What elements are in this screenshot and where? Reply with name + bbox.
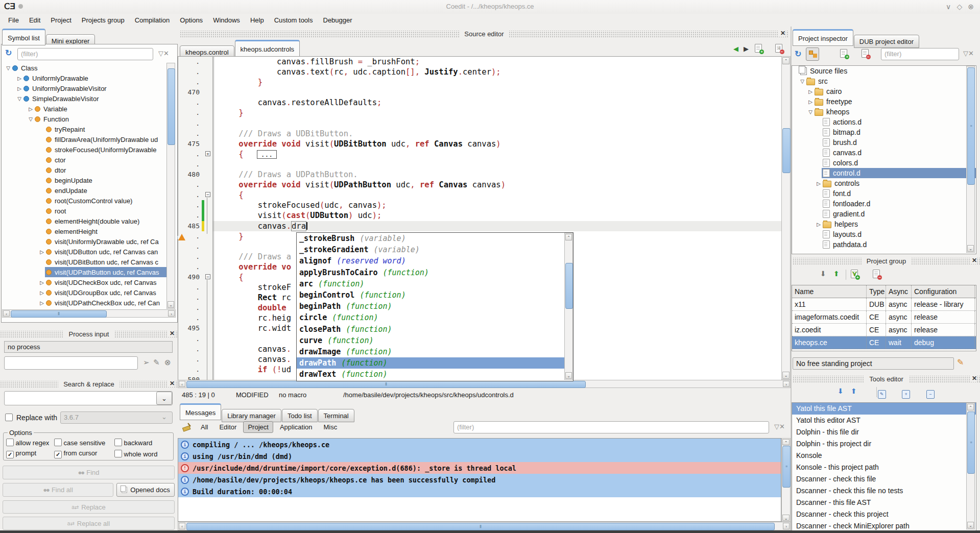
completion-item-circle[interactable]: circle(function) (297, 312, 564, 323)
completion-item-closepath[interactable]: closePath(function) (297, 324, 564, 335)
inspector-filter-input[interactable]: (filter) (881, 48, 959, 60)
message-info[interactable]: iusing /usr/bin/dmd (dmd) (178, 450, 781, 462)
symbol-item-simpledrawablevisitor[interactable]: ▽SimpleDrawableVisitor (2, 93, 166, 104)
editor-vscrollbar[interactable]: ⌃ ⌄ (781, 56, 791, 380)
completion-item-strokebrush[interactable]: _strokeBrush(variable) (297, 233, 564, 244)
completion-item-drawpath[interactable]: drawPath(function) (297, 357, 564, 369)
filter-editor[interactable]: Editor (214, 421, 241, 433)
checkbox-from-cursor[interactable]: ✓ (54, 451, 62, 458)
tab-project-inspector[interactable]: Project inspector (793, 29, 853, 46)
move-project-up-icon[interactable]: ⬆ (833, 270, 840, 278)
expand-icon[interactable]: ▷ (816, 181, 822, 186)
replace-with-input[interactable]: 3.6.7 (60, 411, 173, 424)
column-type[interactable]: Type (867, 285, 886, 298)
replace-all-button[interactable]: a⇄Replace all (3, 517, 175, 530)
file-item-src[interactable]: ▽src (792, 76, 976, 86)
tool-yatol-this-file-ast[interactable]: Yatol this file AST (792, 403, 976, 415)
tab-todo-list[interactable]: Todo list (282, 409, 318, 422)
symbol-item-strokefocused-uniformlydrawable[interactable]: strokeFocused(UniformlyDrawable (2, 144, 166, 155)
new-document-icon[interactable]: + (755, 44, 762, 53)
column-name[interactable]: Name (792, 285, 867, 298)
file-item-helpers[interactable]: ▷helpers (792, 219, 976, 229)
process-input-field[interactable] (4, 356, 138, 370)
file-item-controls[interactable]: ▷controls (792, 178, 976, 188)
menu-debugger[interactable]: Debugger (318, 15, 357, 26)
message-filter-input[interactable]: (filter) (453, 421, 769, 433)
symbol-item-filldrawarea-uniformlydrawable-ud[interactable]: fillDrawArea(UniformlyDrawable ud (2, 134, 166, 144)
close-process-panel-icon[interactable]: ✕ (168, 330, 175, 337)
code-line-470[interactable]: 470 (178, 87, 781, 98)
menu-options[interactable]: Options (175, 15, 208, 26)
tab-kheops-udcontrols[interactable]: kheops.udcontrols (235, 40, 300, 57)
tool-dscanner-check-miniexplorer-path[interactable]: Dscanner - check MiniExplorer path (792, 520, 976, 531)
tool-dolphin-this-file-dir[interactable]: Dolphin - this file dir (792, 426, 976, 438)
send-input-pencil-icon[interactable]: ✎ (153, 358, 160, 367)
menu-project[interactable]: Project (45, 15, 76, 26)
replace-history-dropdown[interactable]: ⌄ (161, 413, 167, 421)
tool-konsole[interactable]: Konsole (792, 450, 976, 462)
project-row-kheops-ce[interactable]: kheops.ceCEwaitdebug (792, 336, 976, 349)
code-line-r7[interactable]: . /// Draws a UDBitButton. (178, 129, 781, 139)
file-item-gradient-d[interactable]: gradient.d (792, 209, 976, 219)
title-bar[interactable]: ⅭƎ Coedit - /.../kheops/kheops.ce ∨ ◇ ⊗ (0, 0, 980, 14)
search-input[interactable] (4, 391, 173, 405)
nav-back-icon[interactable]: ◀ (733, 45, 738, 53)
tool-dscanner-check-this-file-no-tests[interactable]: Dscanner - check this file no tests (792, 485, 976, 497)
symbol-item-uniformlydrawablevisitor[interactable]: ▷UniformlyDrawableVisitor (2, 83, 166, 93)
search-history-dropdown[interactable]: ⌄ (156, 392, 172, 405)
tool-dolphin-this-project-dir[interactable]: Dolphin - this project dir (792, 438, 976, 450)
add-tool-icon[interactable]: + (902, 390, 910, 399)
project-row-x11[interactable]: x11DUBasyncrelease - library (792, 298, 976, 311)
code-line-r1[interactable]: . canvas.text(rc, udc.caption[], Justify… (178, 67, 781, 77)
find-all-button[interactable]: ●●Find all (3, 483, 113, 497)
symbol-item-visit[interactable]: ▷visit( (2, 308, 166, 309)
messages-hscrollbar[interactable]: ‹ › ⦀ (178, 522, 791, 530)
expand-icon[interactable]: ▷ (816, 222, 822, 227)
code-line-r12[interactable]: . override void visit(UDPathButton udc, … (178, 180, 781, 190)
send-input-icon[interactable]: ➢ (143, 358, 150, 367)
file-item-control-d[interactable]: control.d (792, 168, 976, 178)
tool-konsole-this-project-path[interactable]: Konsole - this project path (792, 462, 976, 473)
tool-dscanner-check-this-file[interactable]: Dscanner - check this file (792, 473, 976, 485)
remove-project-icon[interactable]: − (873, 270, 880, 278)
tab-symbol-list[interactable]: Symbol list (2, 29, 45, 45)
expand-icon[interactable]: ▽ (28, 116, 34, 122)
expand-icon[interactable]: ▽ (5, 65, 11, 71)
tool-yatol-this-editor-ast[interactable]: Yatol this editor AST (792, 415, 976, 426)
completion-item-drawtext[interactable]: drawText(function) (297, 369, 564, 380)
completion-item-drawimage[interactable]: drawImage(function) (297, 346, 564, 357)
file-item-bitmap-d[interactable]: bitmap.d (792, 127, 976, 137)
edit-free-standing-icon[interactable]: ✎ (957, 357, 964, 367)
expand-icon[interactable]: ▷ (39, 280, 45, 285)
symbol-item-ctor[interactable]: ctor (2, 155, 166, 165)
close-editor-panel-icon[interactable]: ✕ (778, 30, 785, 37)
file-item-cairo[interactable]: ▷cairo (792, 86, 976, 96)
code-line-r2[interactable]: . } (178, 77, 781, 87)
file-item-freetype[interactable]: ▷freetype (792, 96, 976, 107)
expand-icon[interactable]: ▷ (28, 106, 34, 112)
symbol-item-visit-uniformlydrawable-udc-ref-ca[interactable]: visit(UniformlyDrawable udc, ref Ca (2, 236, 166, 247)
code-line-r14[interactable]: . strokeFocused(udc, canvas); (178, 200, 781, 210)
symbol-item-elementheight-double-value[interactable]: elementHeight(double value) (2, 216, 166, 226)
file-item-layouts-d[interactable]: layouts.d (792, 229, 976, 239)
expand-icon[interactable]: ▽ (16, 96, 22, 102)
file-item-font-d[interactable]: font.d (792, 188, 976, 199)
move-project-down-icon[interactable]: ⬇ (820, 270, 826, 278)
symbol-item-function[interactable]: ▽Function (2, 114, 166, 124)
clear-messages-icon[interactable] (182, 422, 192, 432)
completion-item-curve[interactable]: curve(function) (297, 335, 564, 346)
close-tools-editor-icon[interactable]: ✕ (970, 375, 977, 382)
tree-view-toggle[interactable] (806, 47, 819, 61)
messages-vscrollbar[interactable]: ⌃ ≡ ⌄ (781, 438, 791, 522)
move-tool-down-icon[interactable]: ⬇ (838, 387, 844, 395)
expand-icon[interactable]: ▷ (39, 249, 45, 255)
symbol-vscrollbar[interactable]: ⌄ (166, 63, 175, 309)
maximize-icon[interactable]: ◇ (954, 3, 965, 11)
warning-gutter-icon[interactable] (178, 234, 185, 240)
tab-library-manager[interactable]: Library manager (222, 409, 281, 422)
refresh-symbols-icon[interactable]: ↻ (5, 48, 12, 58)
project-row-iz-coedit[interactable]: iz.coeditCEasyncrelease (792, 324, 976, 336)
nav-forward-icon[interactable]: ▶ (744, 45, 749, 53)
symbol-item-variable[interactable]: ▷Variable (2, 104, 166, 114)
expand-icon[interactable]: ▷ (39, 290, 45, 296)
